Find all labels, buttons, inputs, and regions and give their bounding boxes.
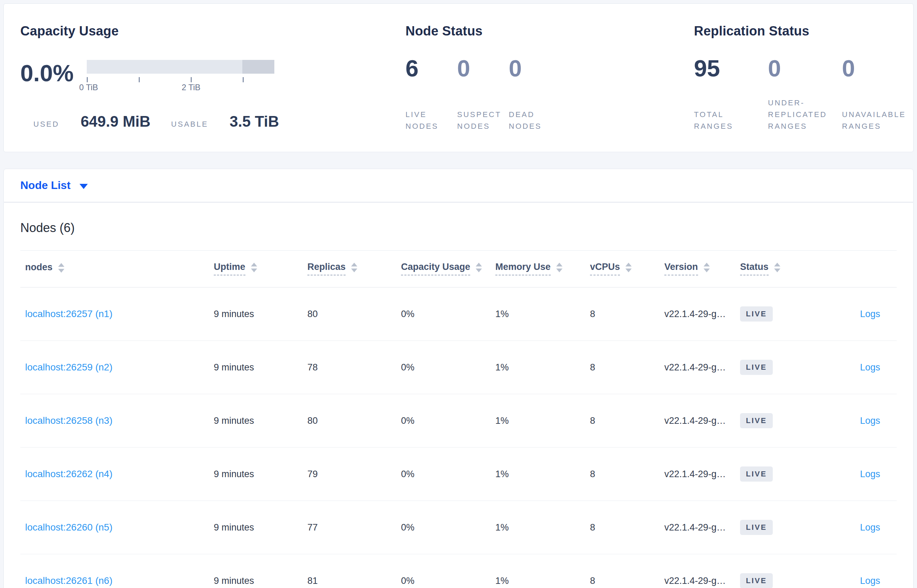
logs-link[interactable]: Logs: [860, 362, 880, 373]
node-link[interactable]: localhost:26258 (n3): [25, 415, 113, 426]
node-link[interactable]: localhost:26261 (n6): [25, 575, 113, 586]
column-header-replicas[interactable]: Replicas: [303, 250, 396, 288]
uptime-cell: 9 minutes: [209, 447, 303, 501]
uptime-cell: 9 minutes: [209, 554, 303, 588]
sort-icon[interactable]: [351, 263, 357, 272]
dead-nodes-label: DEAD NODES: [509, 109, 549, 132]
table-row: localhost:26262 (n4) 9 minutes 79 0% 1% …: [20, 447, 897, 501]
vcpus-cell: 8: [585, 394, 660, 447]
capacity-usage-chart: 0.0% 0 TiB 2 TiB: [20, 57, 405, 93]
replicas-cell: 78: [303, 341, 396, 394]
logs-link[interactable]: Logs: [860, 309, 880, 319]
node-status-stats: 6 LIVE NODES 0 SUSPECT NODES 0 DEAD NODE…: [405, 57, 694, 132]
memory-use-cell: 1%: [491, 447, 585, 501]
uptime-cell: 9 minutes: [209, 341, 303, 394]
cluster-overview-page: Capacity Usage 0.0% 0 TiB 2 TiB: [0, 0, 917, 588]
live-nodes-label: LIVE NODES: [405, 109, 446, 132]
sort-icon[interactable]: [704, 263, 710, 272]
suspect-nodes-label: SUSPECT NODES: [457, 109, 498, 132]
suspect-nodes-stat: 0 SUSPECT NODES: [457, 57, 509, 132]
logs-link[interactable]: Logs: [860, 576, 880, 586]
total-ranges-stat: 95 TOTAL RANGES: [694, 57, 768, 132]
node-status-section: Node Status 6 LIVE NODES 0 SUSPECT NODES…: [405, 24, 694, 132]
column-header-vcpus[interactable]: vCPUs: [585, 250, 660, 288]
version-cell: v22.1.4-29-g…: [660, 447, 735, 501]
live-nodes-value: 6: [405, 57, 457, 80]
column-header-uptime[interactable]: Uptime: [209, 250, 303, 288]
used-value: 649.9 MiB: [81, 113, 150, 130]
status-badge: LIVE: [740, 306, 773, 321]
memory-use-cell: 1%: [491, 501, 585, 554]
table-header-row: nodes Uptime Replicas Capacity Usage Mem…: [20, 250, 897, 288]
column-header-memory-use[interactable]: Memory Use: [491, 250, 585, 288]
sort-icon[interactable]: [476, 263, 482, 272]
column-header-memory-use-label: Memory Use: [495, 262, 551, 275]
table-row: localhost:26260 (n5) 9 minutes 77 0% 1% …: [20, 501, 897, 554]
under-replicated-ranges-label: UNDER-REPLICATED RANGES: [768, 97, 842, 132]
capacity-axis-ticks: [87, 74, 274, 82]
dead-nodes-value: 0: [509, 57, 560, 80]
live-nodes-stat: 6 LIVE NODES: [405, 57, 457, 132]
cluster-summary-card: Capacity Usage 0.0% 0 TiB 2 TiB: [3, 3, 914, 152]
capacity-usage-cell: 0%: [396, 447, 491, 501]
logs-link[interactable]: Logs: [860, 415, 880, 426]
capacity-usage-cell: 0%: [396, 554, 491, 588]
logs-link[interactable]: Logs: [860, 469, 880, 479]
dead-nodes-stat: 0 DEAD NODES: [509, 57, 560, 132]
vcpus-cell: 8: [585, 341, 660, 394]
column-header-capacity-usage-label: Capacity Usage: [401, 262, 470, 275]
vcpus-cell: 8: [585, 554, 660, 588]
node-link[interactable]: localhost:26262 (n4): [25, 468, 113, 479]
column-header-nodes[interactable]: nodes: [20, 250, 209, 288]
usable-value: 3.5 TiB: [229, 113, 279, 130]
sort-icon[interactable]: [774, 263, 780, 272]
table-row: localhost:26259 (n2) 9 minutes 78 0% 1% …: [20, 341, 897, 394]
sort-icon[interactable]: [251, 263, 257, 272]
version-cell: v22.1.4-29-g…: [660, 501, 735, 554]
capacity-bar-reserved-segment: [242, 60, 274, 74]
column-header-status[interactable]: Status: [735, 250, 807, 288]
uptime-cell: 9 minutes: [209, 501, 303, 554]
column-header-version[interactable]: Version: [660, 250, 735, 288]
capacity-usage-cell: 0%: [396, 501, 491, 554]
column-header-capacity-usage[interactable]: Capacity Usage: [396, 250, 491, 288]
unavailable-ranges-label: UNAVAILABLE RANGES: [842, 109, 916, 132]
node-link[interactable]: localhost:26259 (n2): [25, 362, 113, 373]
memory-use-cell: 1%: [491, 341, 585, 394]
capacity-bar: [87, 60, 274, 74]
vcpus-cell: 8: [585, 288, 660, 341]
used-label: USED: [33, 120, 59, 129]
column-header-version-label: Version: [664, 262, 698, 275]
capacity-percent-value: 0.0%: [20, 61, 74, 93]
replicas-cell: 80: [303, 394, 396, 447]
vcpus-cell: 8: [585, 501, 660, 554]
version-cell: v22.1.4-29-g…: [660, 288, 735, 341]
replication-status-title: Replication Status: [694, 24, 916, 39]
under-replicated-ranges-value: 0: [768, 57, 842, 80]
version-cell: v22.1.4-29-g…: [660, 394, 735, 447]
capacity-used-usable-row: USED 649.9 MiB USABLE 3.5 TiB: [20, 113, 405, 130]
replicas-cell: 81: [303, 554, 396, 588]
table-row: localhost:26258 (n3) 9 minutes 80 0% 1% …: [20, 394, 897, 447]
status-badge: LIVE: [740, 360, 773, 375]
under-replicated-ranges-stat: 0 UNDER-REPLICATED RANGES: [768, 57, 842, 132]
capacity-axis-labels: 0 TiB 2 TiB: [87, 82, 274, 93]
node-link[interactable]: localhost:26260 (n5): [25, 522, 113, 533]
uptime-cell: 9 minutes: [209, 288, 303, 341]
table-row: localhost:26261 (n6) 9 minutes 81 0% 1% …: [20, 554, 897, 588]
logs-link[interactable]: Logs: [860, 522, 880, 533]
sort-icon[interactable]: [58, 263, 65, 273]
axis-label-2tib: 2 TiB: [182, 82, 201, 92]
capacity-usage-cell: 0%: [396, 341, 491, 394]
sort-icon[interactable]: [625, 263, 632, 272]
node-link[interactable]: localhost:26257 (n1): [25, 309, 113, 319]
node-status-title: Node Status: [405, 24, 694, 39]
status-badge: LIVE: [740, 413, 773, 428]
nodes-table-title: Nodes (6): [20, 221, 897, 235]
memory-use-cell: 1%: [491, 394, 585, 447]
version-cell: v22.1.4-29-g…: [660, 554, 735, 588]
total-ranges-value: 95: [694, 57, 768, 80]
memory-use-cell: 1%: [491, 288, 585, 341]
sort-icon[interactable]: [556, 263, 562, 272]
node-list-dropdown[interactable]: Node List: [20, 179, 88, 192]
